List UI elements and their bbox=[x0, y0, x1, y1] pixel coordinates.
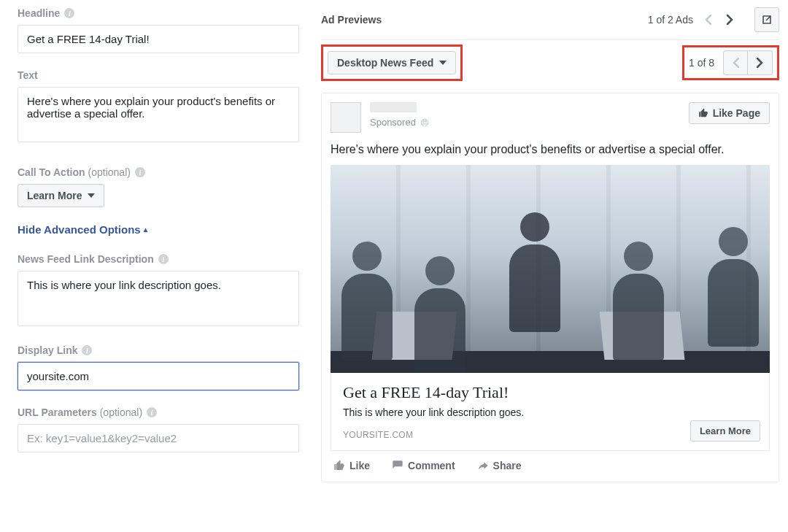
info-icon[interactable]: i bbox=[64, 8, 74, 18]
globe-icon bbox=[420, 118, 429, 127]
ads-pager-text: 1 of 2 Ads bbox=[648, 14, 693, 26]
prev-ad-button[interactable] bbox=[700, 12, 715, 27]
link-card[interactable]: Get a FREE 14-day Trial! This is where y… bbox=[331, 373, 770, 451]
like-button[interactable]: Like bbox=[333, 460, 370, 471]
comment-button[interactable]: Comment bbox=[392, 460, 455, 471]
chevron-down-icon bbox=[439, 61, 447, 65]
displaylink-input[interactable] bbox=[18, 362, 299, 390]
link-card-title: Get a FREE 14-day Trial! bbox=[343, 383, 757, 402]
popout-button[interactable] bbox=[754, 7, 779, 32]
headline-label: Headline i bbox=[18, 7, 299, 19]
page-name-placeholder[interactable] bbox=[370, 102, 417, 112]
next-placement-button[interactable] bbox=[748, 50, 773, 75]
ad-previews-title: Ad Previews bbox=[321, 14, 382, 26]
urlparams-label: URL Parameters (optional) i bbox=[18, 406, 299, 418]
linkdesc-input[interactable]: This is where your link description goes… bbox=[18, 271, 299, 326]
sponsored-label: Sponsored bbox=[370, 117, 429, 128]
info-icon[interactable]: i bbox=[147, 407, 157, 417]
displaylink-label: Display Link i bbox=[18, 344, 299, 356]
learn-more-button[interactable]: Learn More bbox=[690, 420, 760, 442]
caret-up-icon: ▴ bbox=[144, 225, 147, 234]
info-icon[interactable]: i bbox=[135, 167, 145, 177]
text-label: Text bbox=[18, 69, 299, 81]
link-card-description: This is where your link description goes… bbox=[343, 406, 757, 418]
text-input[interactable]: Here's where you explain your product's … bbox=[18, 87, 299, 142]
next-ad-button[interactable] bbox=[722, 12, 737, 27]
headline-input[interactable] bbox=[18, 25, 299, 53]
post-body-text: Here's where you explain your product's … bbox=[331, 142, 770, 158]
urlparams-input[interactable] bbox=[18, 424, 299, 452]
ad-creative-image[interactable] bbox=[331, 165, 770, 373]
ad-preview-card: Sponsored Like Page Here's where you exp… bbox=[321, 93, 779, 482]
cta-dropdown[interactable]: Learn More bbox=[18, 184, 104, 207]
info-icon[interactable]: i bbox=[158, 254, 169, 264]
advanced-options-toggle[interactable]: Hide Advanced Options ▴ bbox=[18, 223, 299, 236]
chevron-down-icon bbox=[88, 193, 95, 198]
page-avatar[interactable] bbox=[331, 102, 361, 133]
share-button[interactable]: Share bbox=[477, 460, 522, 471]
like-page-button[interactable]: Like Page bbox=[689, 102, 770, 124]
placement-dropdown[interactable]: Desktop News Feed bbox=[328, 51, 456, 74]
prev-placement-button[interactable] bbox=[723, 50, 748, 75]
placement-pager-text: 1 of 8 bbox=[689, 57, 714, 69]
linkdesc-label: News Feed Link Description i bbox=[18, 253, 299, 265]
cta-label: Call To Action (optional) i bbox=[18, 166, 299, 178]
info-icon[interactable]: i bbox=[82, 345, 92, 355]
